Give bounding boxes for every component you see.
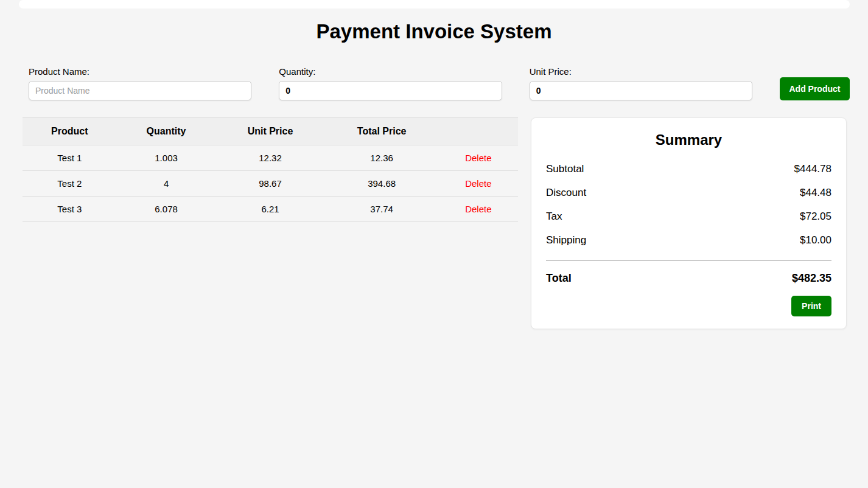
invoice-table-wrap: Product Quantity Unit Price Total Price …: [23, 117, 518, 222]
column-header-product: Product: [23, 118, 117, 145]
product-name-label: Product Name:: [29, 66, 251, 77]
delete-link[interactable]: Delete: [465, 153, 491, 163]
unit-price-input[interactable]: [530, 81, 752, 100]
add-product-button[interactable]: Add Product: [780, 77, 850, 100]
cell-product: Test 1: [23, 145, 117, 171]
quantity-label: Quantity:: [279, 66, 502, 77]
cell-action: Delete: [439, 145, 518, 171]
main-area: Product Quantity Unit Price Total Price …: [18, 117, 850, 329]
summary-row: Subtotal $444.78: [546, 157, 831, 181]
table-row: Test 3 6.078 6.21 37.74 Delete: [23, 197, 518, 222]
page-title: Payment Invoice System: [18, 0, 850, 43]
product-name-input[interactable]: [29, 81, 251, 100]
table-row: Test 2 4 98.67 394.68 Delete: [23, 171, 518, 197]
add-product-form: Product Name: Quantity: Unit Price: Add …: [18, 66, 850, 100]
total-value: $482.35: [792, 272, 831, 285]
cell-total-price: 12.36: [325, 145, 439, 171]
invoice-table-head: Product Quantity Unit Price Total Price: [23, 118, 518, 145]
cell-product: Test 2: [23, 171, 117, 197]
delete-link[interactable]: Delete: [465, 204, 491, 214]
summary-row-label: Shipping: [546, 234, 586, 246]
summary-title: Summary: [546, 131, 831, 148]
print-row: Print: [546, 296, 831, 316]
quantity-input[interactable]: [279, 81, 502, 100]
delete-link[interactable]: Delete: [465, 178, 491, 189]
cell-total-price: 37.74: [325, 197, 439, 222]
invoice-table: Product Quantity Unit Price Total Price …: [23, 117, 518, 222]
total-label: Total: [546, 272, 572, 285]
cell-quantity: 1.003: [117, 145, 216, 171]
cell-unit-price: 98.67: [215, 171, 324, 197]
summary-total-row: Total $482.35: [546, 261, 831, 291]
cell-action: Delete: [439, 197, 518, 222]
summary-row-value: $10.00: [800, 234, 831, 246]
summary-row: Shipping $10.00: [546, 228, 831, 252]
summary-row: Discount $44.48: [546, 181, 831, 204]
app-container: Payment Invoice System Product Name: Qua…: [0, 0, 868, 329]
column-header-unit-price: Unit Price: [215, 118, 324, 145]
column-header-total-price: Total Price: [325, 118, 439, 145]
print-button[interactable]: Print: [791, 296, 831, 316]
unit-price-label: Unit Price:: [530, 66, 752, 77]
unit-price-field-group: Unit Price:: [530, 66, 752, 100]
summary-row-value: $72.05: [800, 211, 831, 223]
column-header-quantity: Quantity: [117, 118, 216, 145]
summary-row-value: $44.48: [800, 187, 831, 199]
invoice-table-body: Test 1 1.003 12.32 12.36 Delete Test 2 4…: [23, 145, 518, 222]
cell-product: Test 3: [23, 197, 117, 222]
table-header-row: Product Quantity Unit Price Total Price: [23, 118, 518, 145]
summary-rows: Subtotal $444.78 Discount $44.48 Tax $72…: [546, 157, 831, 252]
table-row: Test 1 1.003 12.32 12.36 Delete: [23, 145, 518, 171]
cell-total-price: 394.68: [325, 171, 439, 197]
summary-row-value: $444.78: [794, 163, 831, 175]
cell-quantity: 4: [117, 171, 216, 197]
summary-row-label: Tax: [546, 211, 562, 223]
cell-quantity: 6.078: [117, 197, 216, 222]
cell-unit-price: 12.32: [215, 145, 324, 171]
summary-card: Summary Subtotal $444.78 Discount $44.48…: [531, 117, 847, 329]
cell-action: Delete: [439, 171, 518, 197]
summary-row-label: Discount: [546, 187, 586, 199]
column-header-action: [439, 118, 518, 145]
summary-row: Tax $72.05: [546, 204, 831, 228]
quantity-field-group: Quantity:: [279, 66, 502, 100]
cell-unit-price: 6.21: [215, 197, 324, 222]
product-name-field-group: Product Name:: [29, 66, 251, 100]
summary-row-label: Subtotal: [546, 163, 584, 175]
